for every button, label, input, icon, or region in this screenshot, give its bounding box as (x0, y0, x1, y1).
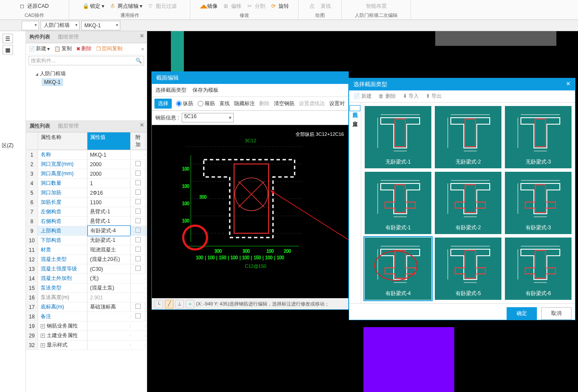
two-point-axis-button[interactable]: ⫛两点辅轴 ▾ (110, 3, 142, 10)
layer-copy-button[interactable]: ❐ 层间复制 (96, 45, 122, 52)
extra-checkbox[interactable] (135, 190, 141, 195)
property-row[interactable]: 18备注 (26, 312, 147, 321)
extra-checkbox[interactable] (135, 170, 141, 176)
property-header: 属性名称 属性值 附加 (26, 132, 147, 150)
rebar-info-input[interactable]: 5C16▾ (182, 113, 234, 122)
restore-cad-button[interactable]: ◻ 还原CAD (20, 3, 48, 10)
section-type-item[interactable]: 有卧梁式-2 (435, 172, 501, 234)
section-type-close-icon[interactable]: ✕ (566, 80, 571, 88)
clear-rebar-tool[interactable]: 清空钢筋 (274, 100, 295, 107)
snap-ortho-icon[interactable]: └ (154, 300, 163, 308)
section-type-item[interactable]: 有卧梁式-4 (365, 238, 431, 300)
property-row[interactable]: 19+钢筋业务属性 (26, 321, 147, 331)
property-row[interactable]: 11材质现浇混凝土 (26, 245, 147, 255)
svg-text:100｜100｜150｜100｜100｜150｜100｜10: 100｜100｜150｜100｜100｜150｜100｜100 (196, 255, 284, 260)
search-components-input[interactable]: 搜索构件... 🔍 (29, 56, 144, 65)
section-canvas[interactable]: 全部纵筋 3C12+12C16 100100100100 300 3003001… (152, 125, 348, 298)
snap-diag-icon[interactable]: ╱ (165, 300, 173, 308)
delete-component-button[interactable]: ✖ 删除 (76, 45, 92, 52)
set-pair-tool[interactable]: 设置对 (329, 100, 345, 107)
mirror-button[interactable]: ◢◣镜像 (200, 3, 218, 10)
lock-button[interactable]: 🔒锁定 ▾ (83, 3, 104, 10)
dropdown-bar: 人防门框墙 MKQ-1 (0, 20, 578, 31)
rail-btn-1[interactable]: ☰ (3, 34, 13, 43)
type-import-button[interactable]: ⬇ 导入 (403, 93, 419, 100)
select-button[interactable]: 选择 (154, 99, 172, 109)
section-type-item[interactable]: 无卧梁式-1 (365, 106, 431, 168)
offset-button[interactable]: ⊞偏移 (224, 3, 241, 10)
select-section-type-menu[interactable]: 选择截面类型 (155, 87, 186, 94)
extra-checkbox[interactable] (135, 304, 141, 309)
save-template-menu[interactable]: 保存为模板 (193, 87, 218, 94)
extra-checkbox[interactable] (135, 266, 141, 271)
property-row[interactable]: 14混凝土外加剂(无) (26, 274, 147, 283)
tree-child-item[interactable]: MKQ-1 (42, 78, 63, 86)
property-row[interactable]: 13混凝土强度等级(C30) (26, 264, 147, 274)
property-row[interactable]: 16泵送高度(m)2.901 (26, 293, 147, 302)
extra-checkbox[interactable] (135, 209, 141, 214)
property-row[interactable]: 12混凝土类型(混凝土20石) (26, 255, 147, 264)
tree-parent-item[interactable]: 人防门框墙 (29, 69, 145, 78)
cancel-button[interactable]: 取消 (541, 307, 572, 320)
extra-checkbox[interactable] (135, 313, 141, 318)
section-type-item[interactable]: 有卧梁式-1 (365, 172, 431, 234)
property-row[interactable]: 32+显示样式 (26, 341, 147, 350)
property-row[interactable]: 3洞口高度(mm)2000 (26, 169, 147, 179)
extra-checkbox[interactable] (135, 161, 141, 166)
property-row[interactable]: 10下部构造无卧梁式-1 (26, 236, 147, 245)
property-close-icon[interactable]: ✕ (140, 122, 144, 128)
extra-checkbox[interactable] (135, 199, 141, 204)
extra-checkbox[interactable] (135, 218, 141, 223)
hide-label-tool[interactable]: 隐藏标注 (234, 100, 255, 107)
snap-perp-icon[interactable]: ⊥ (175, 300, 184, 308)
extra-checkbox[interactable] (135, 180, 141, 185)
rail-btn-2[interactable]: ▦ (3, 45, 13, 55)
line-tool[interactable]: 直线 (219, 100, 230, 107)
layer-manage-tab[interactable]: 图层管理 (58, 122, 79, 130)
extra-checkbox[interactable] (135, 247, 141, 252)
elem-filter-button[interactable]: ▽图元过滤 (148, 3, 177, 10)
copy-component-button[interactable]: 📋 复制 (54, 45, 72, 52)
property-row[interactable]: 6加筋长度1100 (26, 198, 147, 207)
property-row[interactable]: 2洞口宽度(mm)2000 (26, 160, 147, 169)
snap-plus-icon[interactable]: ＋ (186, 300, 194, 308)
toolbar-more-icon[interactable]: » (141, 46, 144, 52)
property-row[interactable]: 4洞口数量1 (26, 179, 147, 188)
type-delete-button[interactable]: 🗑 删除 (379, 93, 395, 100)
split-button[interactable]: ✂分割 (247, 3, 265, 10)
property-row[interactable]: 9上部构造有卧梁式-4 (26, 226, 147, 236)
rotate-button[interactable]: ⟳旋转 (271, 3, 289, 10)
property-list-tab[interactable]: 属性列表 (29, 122, 50, 130)
extra-checkbox[interactable] (135, 237, 141, 242)
ok-button[interactable]: 确定 (507, 307, 537, 320)
section-type-item[interactable]: 无卧梁式-3 (505, 106, 572, 168)
property-row[interactable]: 1名称MKQ-1 (26, 150, 147, 160)
property-row[interactable]: 5洞口加筋2Φ16 (26, 188, 147, 198)
component-dropdown[interactable]: MKQ-1 (81, 21, 120, 30)
dropdown-left[interactable] (22, 21, 39, 30)
section-type-item[interactable]: 有卧梁式-6 (505, 238, 572, 300)
property-row[interactable]: 29+土建业务属性 (26, 331, 147, 341)
category-dropdown[interactable]: 人防门框墙 (41, 21, 80, 30)
drawing-manage-tab[interactable]: 图纸管理 (58, 33, 79, 41)
property-row[interactable]: 8右侧构造悬臂式-1 (26, 217, 147, 226)
system-builtin-tab[interactable]: 系统内置 (350, 105, 360, 111)
long-rebar-radio[interactable]: 纵筋 (176, 100, 193, 107)
section-type-item[interactable]: 无卧梁式-2 (435, 106, 501, 168)
section-type-item[interactable]: 有卧梁式-3 (505, 172, 572, 234)
custom-lib-tab[interactable]: 自定义库 (350, 114, 360, 120)
new-component-button[interactable]: 📄 新建 ▾ (29, 45, 50, 52)
section-type-item[interactable]: 有卧梁式-5 (435, 238, 501, 300)
extra-checkbox[interactable] (135, 256, 141, 261)
extra-checkbox[interactable] (135, 228, 141, 233)
type-new-button[interactable]: 📄 新建 (353, 93, 372, 100)
property-row[interactable]: 7左侧构造悬臂式-1 (26, 207, 147, 217)
property-row[interactable]: 15泵送类型(混凝土泵) (26, 283, 147, 293)
property-row[interactable]: 17底标高(m)基础顶标高 (26, 302, 147, 312)
stirrup-radio[interactable]: 箍筋 (198, 100, 215, 107)
delete-tool[interactable]: 删除 (259, 100, 270, 107)
panel-close-icon[interactable]: ✕ (140, 33, 144, 39)
type-export-button[interactable]: ⬆ 导出 (426, 93, 442, 100)
component-list-tab[interactable]: 构件列表 (29, 33, 50, 41)
dashed-edge-tool[interactable]: 设置虚线边 (299, 100, 325, 107)
